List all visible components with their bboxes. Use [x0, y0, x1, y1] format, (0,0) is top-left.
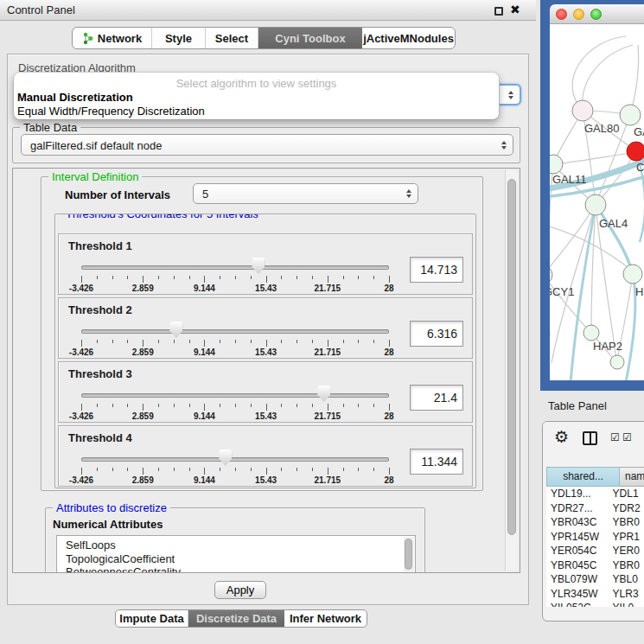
tab-style[interactable]: Style: [152, 28, 206, 48]
slider-track[interactable]: [81, 265, 389, 270]
list-items: SelfLoopsTopologicalCoefficientBetweenne…: [57, 536, 415, 573]
table-row[interactable]: YPR145WYPR1: [546, 530, 644, 545]
table-row[interactable]: YER054CYER0: [546, 544, 644, 558]
minimize-traffic-light-icon[interactable]: [573, 9, 584, 20]
combo-arrows-icon: [501, 141, 507, 150]
threshold-slider[interactable]: -3.4262.8599.14415.4321.71528: [81, 426, 389, 488]
network-node[interactable]: [610, 355, 624, 369]
slider-thumb[interactable]: [252, 258, 265, 274]
select-all-checkbox-icon[interactable]: ☑: [610, 431, 620, 443]
network-graph[interactable]: GAL80GACGAL11GAL4GCY1HHAP2: [550, 24, 644, 380]
network-node[interactable]: [550, 265, 552, 284]
num-intervals-combobox[interactable]: 5: [193, 183, 418, 204]
tab-label: Infer Network: [290, 612, 361, 625]
attribute-list-item[interactable]: TopologicalCoefficient: [57, 552, 415, 566]
settings-scrollbar-thumb[interactable]: [507, 179, 516, 535]
attributes-group-title: Attributes to discretize: [53, 501, 170, 514]
list-scrollbar[interactable]: [404, 537, 414, 573]
tab-infer-network[interactable]: Infer Network: [284, 610, 367, 627]
threshold-slider[interactable]: -3.4262.8599.14415.4321.71528: [81, 298, 389, 360]
dropdown-hint: Select algorithm to view settings: [14, 77, 499, 90]
table-panel: ⚙ ☑ ☑ shared... name YDL19...YDL1YDR27..…: [542, 421, 644, 622]
threshold-value-field[interactable]: 14.713: [410, 257, 463, 283]
screen: Control Panel ✖ Network Style Sel: [0, 0, 644, 644]
column-header-shared-name[interactable]: shared...: [546, 467, 620, 487]
table-row[interactable]: YDL19...YDL1: [546, 487, 644, 501]
network-node[interactable]: [623, 265, 642, 284]
num-intervals-label: Number of Intervals: [65, 188, 170, 201]
right-pane: GAL80GACGAL11GAL4GCY1HHAP2 Table Panel ⚙…: [536, 0, 644, 644]
interval-definition-title: Interval Definition: [48, 170, 142, 183]
list-scrollbar-thumb[interactable]: [405, 539, 412, 570]
slider-thumb[interactable]: [169, 322, 182, 338]
attribute-list-item[interactable]: BetweennessCentrality: [57, 565, 415, 573]
network-window-titlebar: [550, 4, 644, 24]
threshold-panel: Threshold 4 -3.4262.8599.14415.4321.7152…: [58, 425, 473, 487]
table-row[interactable]: YLR345WYLR3: [546, 587, 644, 602]
network-node-label: GAL11: [552, 173, 587, 186]
network-node[interactable]: [627, 142, 644, 161]
thresholds-group: Threshold's Coordinates for 5 Intervals …: [54, 214, 476, 488]
slider-thumb[interactable]: [219, 450, 232, 466]
tab-cyni-toolbox[interactable]: Cyni Toolbox: [258, 28, 362, 48]
attribute-list-item[interactable]: SelfLoops: [57, 539, 415, 552]
tab-network[interactable]: Network: [73, 28, 152, 48]
network-node[interactable]: [572, 100, 593, 121]
table-row[interactable]: YBR045CYBR0: [546, 558, 644, 573]
tab-label: Cyni Toolbox: [275, 32, 345, 45]
column-header-name[interactable]: name: [620, 467, 644, 487]
network-node[interactable]: [620, 105, 641, 125]
network-node[interactable]: [583, 325, 599, 341]
tab-select[interactable]: Select: [206, 28, 258, 48]
threshold-slider[interactable]: -3.4262.8599.14415.4321.71528: [81, 362, 389, 424]
slider-track[interactable]: [81, 457, 389, 462]
threshold-slider[interactable]: -3.4262.8599.14415.4321.71528: [81, 234, 389, 296]
gear-icon[interactable]: ⚙: [554, 427, 569, 447]
table-row[interactable]: YIL052CYIL0: [546, 601, 644, 607]
settings-scrollbar[interactable]: [505, 170, 518, 571]
close-icon[interactable]: ✖: [510, 3, 520, 16]
table-row[interactable]: YDR27...YDR2: [546, 501, 644, 516]
algorithm-dropdown-popup: Select algorithm to view settings Manual…: [14, 73, 499, 119]
numerical-attributes-label: Numerical Attributes: [53, 518, 163, 531]
table-row[interactable]: YBL079WYBL0: [546, 572, 644, 587]
top-tabbar: Network Style Select Cyni Toolbox jActiv…: [72, 27, 456, 49]
tab-impute-data[interactable]: Impute Data: [116, 610, 188, 627]
network-node[interactable]: [550, 155, 563, 174]
select-column-checkbox-icon[interactable]: ☑: [622, 431, 632, 443]
float-window-icon[interactable]: [494, 7, 503, 16]
zoom-traffic-light-icon[interactable]: [590, 9, 602, 20]
slider-track[interactable]: [81, 329, 389, 334]
apply-button[interactable]: Apply: [214, 581, 266, 599]
threshold-value-field[interactable]: 6.316: [410, 321, 463, 347]
dropdown-option-equal-width[interactable]: Equal Width/Frequency Discretization: [17, 105, 205, 118]
table-panel-title: Table Panel: [548, 391, 607, 420]
table-panel-toolbar: ⚙ ☑ ☑: [543, 422, 644, 458]
table-data-combobox[interactable]: galFiltered.sif default node: [21, 134, 513, 156]
tab-label: Style: [165, 32, 192, 45]
slider-thumb[interactable]: [317, 386, 330, 402]
tab-discretize-data[interactable]: Discretize Data: [188, 610, 284, 627]
tab-label: Network: [98, 32, 142, 45]
dropdown-option-manual[interactable]: Manual Discretization: [17, 91, 133, 104]
settings-scrollpane: Interval Definition Number of Intervals …: [12, 168, 520, 573]
numerical-attributes-list[interactable]: SelfLoopsTopologicalCoefficientBetweenne…: [56, 535, 416, 573]
close-traffic-light-icon[interactable]: [556, 9, 567, 20]
network-node[interactable]: [585, 194, 606, 215]
threshold-value-field[interactable]: 11.344: [410, 449, 463, 475]
network-node-label: GAL4: [599, 217, 628, 230]
columns-icon[interactable]: [583, 431, 597, 445]
network-node-label: GCY1: [550, 285, 574, 298]
network-icon: [82, 32, 93, 45]
slider-track[interactable]: [81, 393, 389, 398]
tab-label: Impute Data: [119, 612, 183, 625]
panel-title: Control Panel: [7, 3, 75, 16]
table-data-value: galFiltered.sif default node: [30, 138, 162, 151]
network-node-label: GA: [634, 125, 644, 138]
network-canvas[interactable]: GAL80GACGAL11GAL4GCY1HHAP2: [550, 24, 644, 380]
table-row[interactable]: YBR043CYBR0: [546, 515, 644, 530]
threshold-panel: Threshold 2 -3.4262.8599.14415.4321.7152…: [58, 297, 473, 359]
threshold-value-field[interactable]: 21.4: [410, 385, 463, 411]
attributes-group: Attributes to discretize Numerical Attri…: [45, 507, 425, 573]
tab-jactivemnodules[interactable]: jActiveMNodules: [362, 28, 455, 48]
